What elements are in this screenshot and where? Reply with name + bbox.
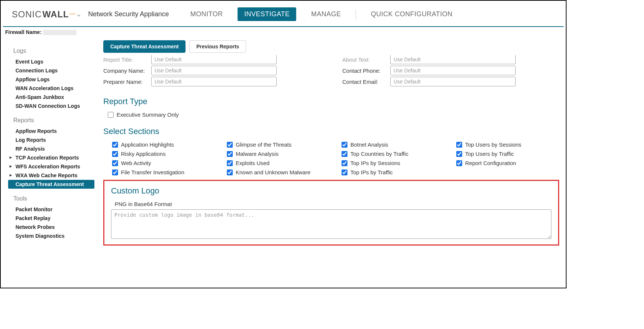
nav-divider — [356, 9, 356, 20]
header: SONICWALL〰™ Network Security Appliance M… — [1, 1, 566, 26]
row-exec-only: Executive Summary Only — [108, 112, 559, 118]
label-contact-email: Contact Email: — [342, 79, 390, 85]
nav-monitor[interactable]: MONITOR — [184, 7, 229, 21]
main-content: Capture Threat Assessment Previous Repor… — [97, 37, 566, 249]
checkbox-section[interactable] — [342, 151, 347, 157]
top-nav: MONITOR INVESTIGATE MANAGE QUICK CONFIGU… — [184, 7, 459, 21]
label-section: Report Configuration — [465, 160, 516, 166]
section-option: Botnet Analysis — [342, 141, 444, 148]
sidebar-item-system-diagnostics[interactable]: System Diagnostics — [8, 232, 97, 240]
section-option: File Transfer Investigation — [112, 169, 215, 175]
label-section: Known and Unknown Malware — [236, 169, 311, 175]
sidebar-item-wfs-accel[interactable]: WFS Acceleration Reports — [8, 162, 97, 171]
label-section: Top IPs by Traffic — [350, 169, 393, 175]
label-section: Top Countries by Traffic — [350, 151, 408, 157]
label-png-base64: PNG in Base64 Format — [115, 201, 551, 207]
appliance-label: Network Security Appliance — [88, 10, 169, 18]
section-option: Known and Unknown Malware — [227, 169, 330, 175]
section-option: Report Configuration — [456, 160, 559, 166]
logo: SONICWALL〰™ — [12, 9, 81, 20]
input-preparer-name[interactable] — [151, 77, 277, 86]
sections-grid: Application HighlightsGlimpse of the Thr… — [108, 141, 559, 175]
firewall-name: Firewall Name: — [1, 27, 566, 37]
section-option: Top IPs by Sessions — [342, 160, 444, 166]
tabs: Capture Threat Assessment Previous Repor… — [103, 40, 559, 53]
label-report-title: Report Title: — [103, 56, 151, 63]
checkbox-section[interactable] — [112, 142, 118, 148]
sidebar-item-packet-replay[interactable]: Packet Replay — [8, 214, 97, 223]
sidebar-item-sdwan-logs[interactable]: SD-WAN Connection Logs — [8, 102, 97, 110]
textarea-custom-logo[interactable] — [111, 209, 551, 239]
checkbox-section[interactable] — [342, 142, 347, 148]
firewall-value-redacted — [43, 30, 76, 35]
sidebar-group-logs: Logs — [13, 48, 97, 54]
sidebar-item-wxa-cache[interactable]: WXA Web Cache Reports — [8, 171, 97, 180]
label-section: Risky Applications — [121, 151, 166, 157]
section-option: Top IPs by Traffic — [342, 169, 444, 175]
sidebar-item-event-logs[interactable]: Event Logs — [8, 57, 97, 66]
section-option: Top Users by Traffic — [456, 151, 559, 157]
checkbox-exec-only[interactable] — [108, 112, 114, 118]
checkbox-section[interactable] — [227, 142, 233, 148]
checkbox-section[interactable] — [227, 160, 233, 166]
sidebar: Logs Event Logs Connection Logs Appflow … — [1, 37, 97, 249]
checkbox-section[interactable] — [456, 160, 462, 166]
section-custom-logo: Custom Logo — [111, 186, 551, 196]
sidebar-item-wan-accel-logs[interactable]: WAN Acceleration Logs — [8, 84, 97, 93]
checkbox-section[interactable] — [227, 169, 233, 175]
sidebar-item-connection-logs[interactable]: Connection Logs — [8, 66, 97, 75]
label-section: Web Activity — [121, 160, 151, 166]
checkbox-section[interactable] — [456, 151, 462, 157]
input-about-text[interactable] — [390, 55, 516, 64]
label-section: Application Highlights — [121, 141, 174, 148]
label-section: Exploits Used — [236, 160, 270, 166]
checkbox-section[interactable] — [227, 151, 233, 157]
input-company-name[interactable] — [151, 66, 277, 75]
sidebar-item-anti-spam[interactable]: Anti-Spam Junkbox — [8, 93, 97, 102]
sidebar-item-log-reports[interactable]: Log Reports — [8, 136, 97, 144]
sidebar-item-rf-analysis[interactable]: RF Analysis — [8, 144, 97, 153]
flame-icon: 〰 — [69, 11, 76, 18]
label-contact-phone: Contact Phone: — [342, 68, 390, 74]
label-section: Botnet Analysis — [350, 141, 388, 148]
sidebar-group-reports: Reports — [13, 117, 97, 124]
checkbox-section[interactable] — [112, 151, 118, 157]
sidebar-group-tools: Tools — [13, 195, 97, 202]
checkbox-section[interactable] — [342, 160, 347, 166]
section-option: Web Activity — [112, 160, 215, 166]
logo-sonic: SONIC — [12, 9, 42, 20]
custom-logo-box: Custom Logo PNG in Base64 Format — [103, 180, 559, 246]
sidebar-item-packet-monitor[interactable]: Packet Monitor — [8, 205, 97, 214]
form-top: Report Title: Company Name: Preparer Nam… — [103, 54, 559, 88]
section-option: Glimpse of the Threats — [227, 141, 330, 148]
checkbox-section[interactable] — [456, 142, 462, 148]
checkbox-section[interactable] — [112, 160, 118, 166]
tab-capture[interactable]: Capture Threat Assessment — [103, 40, 186, 53]
section-option: Exploits Used — [227, 160, 330, 166]
section-option: Malware Analysis — [227, 151, 330, 157]
checkbox-section[interactable] — [112, 169, 118, 175]
label-section: Glimpse of the Threats — [236, 141, 291, 148]
label-section: Malware Analysis — [236, 151, 278, 157]
sidebar-item-capture-threat[interactable]: Capture Threat Assessment — [8, 180, 94, 189]
sidebar-item-appflow-reports[interactable]: Appflow Reports — [8, 127, 97, 136]
sidebar-item-appflow-logs[interactable]: Appflow Logs — [8, 75, 97, 84]
label-section: Top Users by Traffic — [465, 151, 514, 157]
sidebar-item-tcp-accel[interactable]: TCP Acceleration Reports — [8, 153, 97, 162]
sidebar-item-network-probes[interactable]: Network Probes — [8, 223, 97, 232]
logo-tm: ™ — [77, 14, 81, 18]
checkbox-section[interactable] — [342, 169, 347, 175]
label-section: Top IPs by Sessions — [350, 160, 400, 166]
input-report-title[interactable] — [151, 55, 277, 64]
section-option: Application Highlights — [112, 141, 215, 148]
nav-investigate[interactable]: INVESTIGATE — [238, 7, 296, 21]
logo-wall: WALL — [42, 9, 69, 20]
nav-quick-config[interactable]: QUICK CONFIGURATION — [364, 7, 459, 21]
input-contact-phone[interactable] — [390, 66, 516, 75]
label-company-name: Company Name: — [103, 68, 151, 74]
label-section: File Transfer Investigation — [121, 169, 184, 175]
section-select-sections: Select Sections — [103, 127, 559, 136]
tab-previous[interactable]: Previous Reports — [189, 40, 246, 53]
input-contact-email[interactable] — [390, 77, 516, 86]
nav-manage[interactable]: MANAGE — [304, 7, 347, 21]
